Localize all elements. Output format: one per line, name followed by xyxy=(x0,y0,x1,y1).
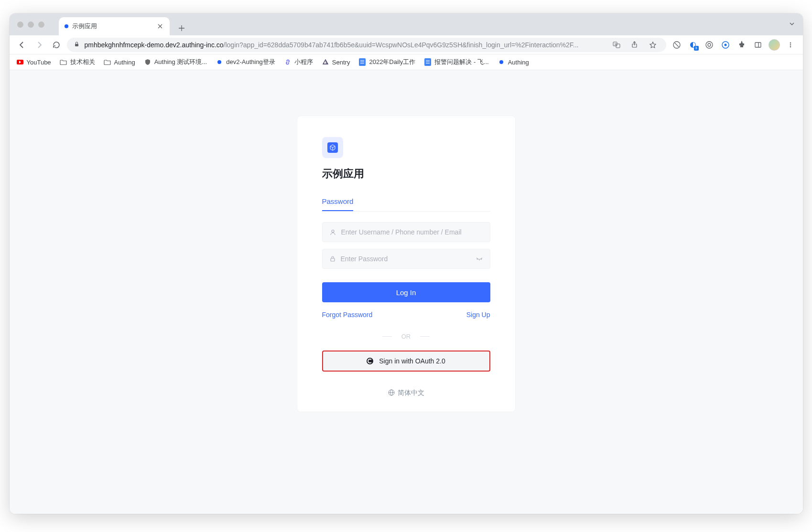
address-bar-row: pmhbekghnhfmcepk-demo.dev2.authing-inc.c… xyxy=(10,35,803,54)
bookmark-youtube[interactable]: YouTube xyxy=(16,58,51,66)
browser-window: 示例应用 pmhbekghnhfmcepk-demo. xyxy=(10,13,803,514)
bookmark-miniprogram[interactable]: 小程序 xyxy=(284,58,313,66)
browser-menu-button[interactable] xyxy=(784,38,797,52)
new-tab-button[interactable] xyxy=(174,21,189,35)
extensions-menu-icon[interactable] xyxy=(735,38,748,52)
side-panel-icon[interactable] xyxy=(751,38,765,52)
bookmark-label: dev2-Authing登录 xyxy=(226,58,275,66)
extension-1-icon[interactable] xyxy=(670,38,683,52)
oauth-label: Sign in with OAuth 2.0 xyxy=(379,357,445,365)
lock-icon xyxy=(329,255,336,262)
bookmarks-bar: YouTube 技术相关 Authing Authing 测试环境... dev… xyxy=(10,54,803,70)
svg-point-10 xyxy=(724,43,726,46)
extension-4-icon[interactable] xyxy=(719,38,732,52)
svg-point-7 xyxy=(706,42,713,48)
globe-icon xyxy=(388,389,395,397)
folder-icon xyxy=(104,58,111,66)
traffic-lights xyxy=(17,21,44,28)
bookmark-label: Authing xyxy=(508,59,529,66)
svg-point-15 xyxy=(790,46,791,47)
expand-tabs-button[interactable] xyxy=(789,21,795,29)
document-icon xyxy=(359,58,366,66)
svg-text:文: 文 xyxy=(614,43,617,45)
bookmark-daily[interactable]: 2022年Daily工作 xyxy=(358,58,415,66)
forgot-password-link[interactable]: Forgot Password xyxy=(322,311,373,319)
username-field[interactable] xyxy=(322,222,490,242)
url-bar[interactable]: pmhbekghnhfmcepk-demo.dev2.authing-inc.c… xyxy=(67,38,666,52)
bookmark-label: 技术相关 xyxy=(70,58,95,66)
login-button[interactable]: Log In xyxy=(322,282,490,302)
extension-3-icon[interactable] xyxy=(703,38,716,52)
username-input[interactable] xyxy=(341,228,483,236)
app-title: 示例应用 xyxy=(322,167,490,181)
signup-link[interactable]: Sign Up xyxy=(466,311,490,319)
tabs-area: 示例应用 xyxy=(59,13,189,35)
reload-button[interactable] xyxy=(50,38,63,52)
maximize-window-button[interactable] xyxy=(38,21,44,28)
divider-label: OR xyxy=(401,333,411,340)
lock-icon xyxy=(74,41,80,49)
password-input[interactable] xyxy=(341,255,471,263)
cube-icon xyxy=(327,142,338,153)
svg-rect-0 xyxy=(75,44,78,46)
bookmark-authing-test[interactable]: Authing 测试环境... xyxy=(144,58,207,66)
bookmark-label: Authing xyxy=(114,59,135,66)
password-field[interactable] xyxy=(322,249,490,269)
url-text: pmhbekghnhfmcepk-demo.dev2.authing-inc.c… xyxy=(85,41,605,49)
oauth-icon xyxy=(367,358,373,364)
links-row: Forgot Password Sign Up xyxy=(322,311,490,319)
document-icon xyxy=(424,58,431,66)
content-area: 示例应用 Password Log In For xyxy=(10,70,803,514)
bookmark-label: 小程序 xyxy=(294,58,313,66)
bookmark-folder-tech[interactable]: 技术相关 xyxy=(60,58,95,66)
minimize-window-button[interactable] xyxy=(28,21,34,28)
sentry-icon xyxy=(322,58,329,66)
browser-tab[interactable]: 示例应用 xyxy=(59,17,170,35)
dot-icon xyxy=(217,60,221,64)
bookmark-label: Authing 测试环境... xyxy=(154,58,207,66)
bookmark-folder-authing[interactable]: Authing xyxy=(104,58,135,66)
language-label: 简体中文 xyxy=(398,389,424,397)
bookmark-alarm[interactable]: 报警问题解决 - 飞... xyxy=(424,58,488,66)
app-logo xyxy=(322,137,343,158)
close-window-button[interactable] xyxy=(17,21,23,28)
tab-close-button[interactable] xyxy=(156,22,164,30)
link-icon xyxy=(284,58,292,66)
tab-password[interactable]: Password xyxy=(322,197,354,211)
svg-point-16 xyxy=(332,230,334,232)
svg-rect-17 xyxy=(331,258,335,261)
svg-point-8 xyxy=(708,43,711,46)
translate-icon[interactable]: 文 xyxy=(610,38,623,52)
star-icon[interactable] xyxy=(646,38,660,52)
bookmark-dev2-authing[interactable]: dev2-Authing登录 xyxy=(216,58,275,66)
language-selector[interactable]: 简体中文 xyxy=(322,389,490,397)
divider-line xyxy=(382,336,392,337)
share-icon[interactable] xyxy=(628,38,641,52)
extension-badge: 3 xyxy=(694,46,699,51)
svg-point-14 xyxy=(790,44,791,45)
shield-icon xyxy=(144,58,152,66)
youtube-icon xyxy=(17,60,23,64)
bookmark-label: Sentry xyxy=(332,59,350,66)
eye-closed-icon[interactable] xyxy=(476,255,483,263)
bookmark-sentry[interactable]: Sentry xyxy=(322,58,350,66)
login-card: 示例应用 Password Log In For xyxy=(297,116,515,412)
bookmark-authing-2[interactable]: Authing xyxy=(498,58,529,66)
divider-line xyxy=(420,336,430,337)
tab-title: 示例应用 xyxy=(72,22,152,31)
svg-rect-11 xyxy=(755,43,761,47)
bookmark-label: YouTube xyxy=(27,59,51,66)
bookmark-label: 2022年Daily工作 xyxy=(369,58,415,66)
tab-favicon-icon xyxy=(65,24,68,28)
bookmark-label: 报警问题解决 - 飞... xyxy=(434,58,488,66)
user-icon xyxy=(329,229,336,236)
extension-2-icon[interactable]: 3 xyxy=(686,38,700,52)
login-tabs: Password xyxy=(322,197,490,212)
oauth-signin-button[interactable]: Sign in with OAuth 2.0 xyxy=(322,351,490,372)
forward-button[interactable] xyxy=(32,38,46,52)
title-bar: 示例应用 xyxy=(10,13,803,35)
back-button[interactable] xyxy=(15,38,29,52)
profile-avatar[interactable] xyxy=(768,38,781,52)
folder-icon xyxy=(60,58,67,66)
divider: OR xyxy=(322,333,490,340)
